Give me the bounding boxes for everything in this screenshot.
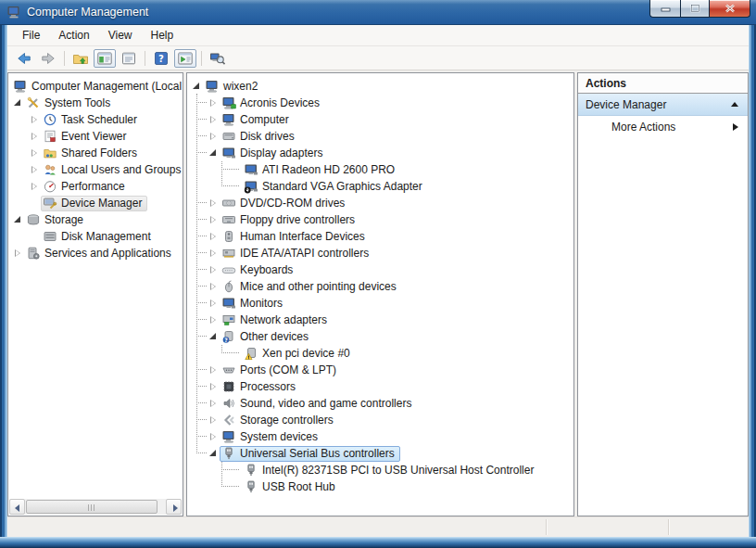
- scroll-left-arrow[interactable]: [9, 499, 25, 515]
- close-icon: [724, 4, 736, 13]
- collapsed-arrow-icon[interactable]: [207, 278, 220, 295]
- collapsed-arrow-icon[interactable]: [207, 428, 220, 445]
- horizontal-scrollbar[interactable]: [9, 499, 182, 515]
- scan-hardware-changes-button[interactable]: [207, 49, 229, 68]
- collapsed-arrow-icon[interactable]: [207, 395, 220, 412]
- collapsed-arrow-icon[interactable]: [28, 111, 41, 128]
- scrollbar-track[interactable]: [25, 499, 166, 515]
- device-item-system-devices[interactable]: System devices: [207, 428, 573, 445]
- device-item-processors[interactable]: Processors: [207, 378, 573, 395]
- device-item-monitors[interactable]: Monitors: [207, 295, 573, 312]
- collapsed-arrow-icon[interactable]: [207, 195, 220, 211]
- storage-icon: [26, 212, 41, 227]
- maximize-button[interactable]: [680, 0, 710, 18]
- expanded-arrow-icon[interactable]: [11, 95, 24, 111]
- sidebar-item-system-tools[interactable]: System Tools: [11, 95, 183, 111]
- device-item-ati-radeon-hd-2600-pro[interactable]: ATI Radeon HD 2600 PRO: [229, 161, 573, 178]
- up-level-button[interactable]: [69, 49, 92, 68]
- close-button[interactable]: [710, 0, 750, 18]
- collapsed-arrow-icon[interactable]: [207, 95, 220, 111]
- device-item-computer[interactable]: Computer: [207, 111, 573, 128]
- show-action-pane-button[interactable]: [174, 49, 196, 68]
- expanded-arrow-icon[interactable]: [190, 78, 203, 95]
- collapsed-arrow-icon[interactable]: [207, 362, 220, 378]
- device-item-dvd-cd-rom-drives[interactable]: DVD/CD-ROM drives: [207, 195, 573, 211]
- collapsed-arrow-icon[interactable]: [28, 161, 41, 178]
- sidebar-item-shared-folders[interactable]: Shared Folders: [28, 145, 183, 161]
- display-adapter-disabled-icon: [244, 179, 258, 194]
- collapsed-arrow-icon[interactable]: [207, 295, 220, 312]
- expanded-arrow-icon[interactable]: [207, 145, 220, 161]
- back-button[interactable]: [13, 49, 35, 68]
- sidebar-item-storage[interactable]: Storage: [11, 211, 183, 228]
- collapsed-arrow-icon[interactable]: [207, 228, 220, 245]
- window-title: Computer Management: [27, 6, 148, 19]
- sidebar-item-task-scheduler[interactable]: Task Scheduler: [28, 111, 183, 128]
- menu-help[interactable]: Help: [142, 26, 183, 45]
- device-item-other-devices[interactable]: Other devices: [207, 328, 573, 345]
- collapsed-arrow-icon[interactable]: [207, 261, 220, 278]
- sidebar-item-device-manager[interactable]: Device Manager: [28, 195, 183, 211]
- device-item-floppy-drive-controllers[interactable]: Floppy drive controllers: [207, 211, 573, 228]
- collapsed-arrow-icon[interactable]: [207, 245, 220, 261]
- window-frame-left: [0, 25, 7, 548]
- sidebar-item-performance[interactable]: Performance: [28, 178, 183, 195]
- device-item-storage-controllers[interactable]: Storage controllers: [207, 412, 573, 428]
- sidebar-item-computer-management-root[interactable]: Computer Management (Local: [11, 78, 183, 95]
- actions-group-device-manager[interactable]: Device Manager: [578, 94, 748, 116]
- device-item-universal-serial-bus-controllers[interactable]: Universal Serial Bus controllers: [207, 445, 573, 462]
- device-item-xen-pci-device-0[interactable]: Xen pci device #0: [229, 345, 573, 362]
- collapsed-arrow-icon[interactable]: [11, 245, 24, 261]
- device-item-acronis-devices[interactable]: Acronis Devices: [207, 95, 573, 111]
- device-item-ports-com-lpt[interactable]: Ports (COM & LPT): [207, 362, 573, 378]
- menu-file[interactable]: File: [13, 26, 49, 45]
- collapsed-arrow-icon[interactable]: [207, 378, 220, 395]
- collapsed-arrow-icon[interactable]: [207, 128, 220, 145]
- minimize-button[interactable]: [649, 0, 680, 18]
- collapsed-arrow-icon[interactable]: [207, 211, 220, 228]
- sidebar-item-event-viewer[interactable]: Event Viewer: [28, 128, 183, 145]
- device-item-network-adapters[interactable]: Network adapters: [207, 312, 573, 328]
- help-button[interactable]: [150, 49, 172, 68]
- device-item-mice-and-other-pointing-devices[interactable]: Mice and other pointing devices: [207, 278, 573, 295]
- toolbar-separator: [201, 51, 202, 66]
- maximize-icon: [690, 4, 700, 13]
- show-console-tree-button[interactable]: [94, 49, 116, 68]
- device-item-wixen2[interactable]: wixen2: [190, 78, 573, 95]
- device-item-human-interface-devices[interactable]: Human Interface Devices: [207, 228, 573, 245]
- sidebar-item-disk-management[interactable]: Disk Management: [28, 228, 183, 245]
- collapsed-arrow-icon[interactable]: [28, 178, 41, 195]
- collapsed-arrow-icon[interactable]: [28, 128, 41, 145]
- collapsed-arrow-icon[interactable]: [207, 111, 220, 128]
- device-item-disk-drives[interactable]: Disk drives: [207, 128, 573, 145]
- more-actions-item[interactable]: More Actions: [578, 116, 748, 137]
- scrollbar-thumb[interactable]: [26, 500, 158, 514]
- menu-action[interactable]: Action: [49, 26, 98, 45]
- device-item-keyboards[interactable]: Keyboards: [207, 261, 573, 278]
- properties-button[interactable]: [118, 49, 140, 68]
- sidebar-item-local-users-and-groups[interactable]: Local Users and Groups: [28, 161, 183, 178]
- collapsed-arrow-icon[interactable]: [28, 145, 41, 161]
- device-item-display-adapters[interactable]: Display adapters: [207, 145, 573, 161]
- sound-icon: [221, 396, 236, 411]
- actions-pane-header: Actions: [578, 73, 748, 94]
- collapsed-arrow-icon[interactable]: [207, 312, 220, 328]
- title-bar[interactable]: Computer Management: [0, 0, 756, 25]
- forward-button[interactable]: [37, 49, 59, 68]
- scroll-right-arrow[interactable]: [166, 499, 182, 515]
- collapsed-arrow-icon[interactable]: [207, 412, 220, 428]
- device-item-intel-82371sb-usb-host-controller[interactable]: Intel(R) 82371SB PCI to USB Universal Ho…: [229, 462, 573, 478]
- chevron-up-icon[interactable]: [731, 102, 738, 107]
- device-item-ide-ata-atapi-controllers[interactable]: IDE ATA/ATAPI controllers: [207, 245, 573, 261]
- client-area: File Action View Help Computer Managemen…: [7, 25, 749, 537]
- device-item-usb-root-hub[interactable]: USB Root Hub: [229, 478, 573, 495]
- expanded-arrow-icon[interactable]: [11, 211, 24, 228]
- scan-hardware-changes-icon: [209, 51, 226, 66]
- network-adapter-icon: [221, 312, 236, 327]
- expanded-arrow-icon[interactable]: [207, 328, 220, 345]
- sidebar-item-services-and-applications[interactable]: Services and Applications: [11, 245, 183, 261]
- device-item-sound-video-game-controllers[interactable]: Sound, video and game controllers: [207, 395, 573, 412]
- device-item-standard-vga-graphics-adapter[interactable]: Standard VGA Graphics Adapter: [229, 178, 573, 195]
- menu-view[interactable]: View: [99, 26, 142, 45]
- expanded-arrow-icon[interactable]: [207, 445, 220, 462]
